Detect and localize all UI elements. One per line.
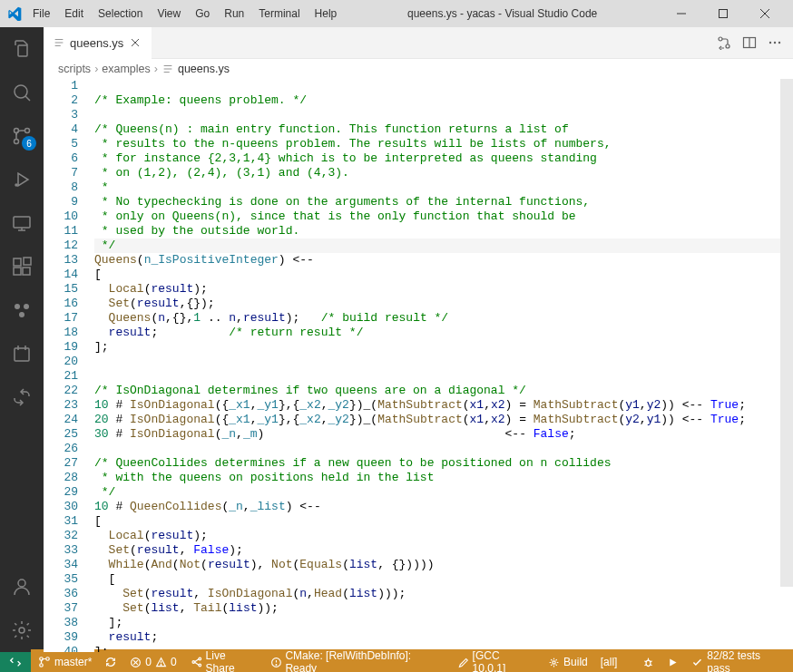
debug-launch[interactable] [642, 657, 654, 668]
svg-point-7 [15, 140, 19, 144]
menu-run[interactable]: Run [217, 4, 251, 24]
more-actions-icon[interactable] [768, 35, 782, 50]
remote-explorer-icon[interactable] [0, 201, 44, 245]
error-count: 0 [145, 656, 152, 668]
svg-point-19 [19, 312, 24, 317]
compiler-kit[interactable]: [GCC 10.0.1] [457, 649, 535, 672]
svg-point-30 [719, 37, 722, 41]
source-control-icon[interactable]: 6 [0, 114, 44, 158]
cmake-label: CMake: [RelWithDebInfo]: Ready [285, 649, 444, 672]
search-icon[interactable] [0, 71, 44, 114]
svg-rect-14 [14, 268, 21, 275]
split-editor-icon[interactable] [742, 35, 757, 50]
gitlens-icon[interactable] [0, 375, 44, 419]
settings-gear-icon[interactable] [0, 609, 44, 652]
svg-point-6 [25, 129, 30, 133]
crumb-examples[interactable]: examples [102, 63, 151, 75]
editor-area: queens.ys scripts › examples › queens.ys… [44, 27, 793, 652]
ctest-status[interactable]: 82/82 tests pass [691, 649, 786, 672]
menu-file[interactable]: File [25, 4, 57, 24]
close-button[interactable] [744, 0, 786, 27]
code-editor[interactable]: 1234567891011121314151617181920212223242… [44, 79, 793, 652]
problems-indicator[interactable]: 0 0 [130, 656, 176, 668]
file-icon [53, 36, 65, 49]
target-label: [all] [601, 656, 618, 668]
menu-help[interactable]: Help [308, 4, 345, 24]
tests-label: 82/82 tests pass [707, 649, 786, 672]
svg-rect-15 [23, 268, 30, 275]
vertical-scrollbar[interactable] [780, 79, 793, 652]
remote-indicator[interactable] [0, 652, 31, 672]
build-target[interactable]: [all] [601, 656, 618, 668]
menu-selection[interactable]: Selection [91, 4, 150, 24]
extensions-icon[interactable] [0, 245, 44, 288]
build-button[interactable]: Build [548, 656, 588, 668]
run-debug-icon[interactable] [0, 158, 44, 201]
tab-label: queens.ys [70, 36, 123, 50]
svg-point-4 [15, 85, 27, 98]
tabs-row: queens.ys [44, 27, 793, 59]
chevron-right-icon: › [94, 63, 98, 75]
menu-terminal[interactable]: Terminal [251, 4, 307, 24]
svg-point-35 [774, 42, 776, 44]
tab-queens[interactable]: queens.ys [44, 27, 152, 59]
svg-point-41 [40, 664, 44, 667]
svg-point-17 [15, 304, 20, 309]
activity-bar: 6 [0, 27, 44, 652]
svg-rect-10 [14, 217, 30, 228]
compare-changes-icon[interactable] [717, 35, 731, 50]
vscode-logo-icon [7, 6, 22, 21]
tabs-actions [717, 35, 793, 50]
cmake-icon[interactable] [0, 288, 44, 332]
svg-line-59 [645, 664, 647, 665]
git-sync[interactable] [104, 656, 117, 668]
code-content[interactable]: /* Example: queens problem. */ /* Queens… [94, 79, 780, 652]
cmake-status[interactable]: CMake: [RelWithDebInfo]: Ready [270, 649, 445, 672]
main-area: 6 [0, 27, 793, 652]
scm-badge: 6 [22, 136, 36, 151]
svg-line-58 [651, 660, 652, 661]
git-branch[interactable]: master* [38, 656, 92, 668]
svg-point-34 [769, 42, 771, 44]
build-label: Build [563, 656, 588, 668]
file-icon [162, 63, 174, 75]
svg-point-48 [199, 657, 201, 660]
svg-line-60 [651, 664, 652, 665]
maximize-button[interactable] [702, 0, 744, 27]
window-title: queens.ys - yacas - Visual Studio Code [344, 7, 661, 20]
warning-count: 0 [171, 656, 177, 668]
svg-point-55 [647, 660, 651, 667]
svg-point-36 [778, 42, 780, 44]
svg-point-53 [276, 664, 277, 665]
breadcrumbs: scripts › examples › queens.ys [44, 59, 793, 79]
svg-point-9 [15, 184, 17, 186]
liveshare-label: Live Share [206, 649, 258, 672]
svg-point-42 [46, 657, 50, 661]
chevron-right-icon: › [154, 63, 158, 75]
svg-rect-13 [14, 258, 21, 266]
menu-view[interactable]: View [150, 4, 188, 24]
svg-rect-16 [24, 258, 31, 265]
svg-line-57 [645, 660, 647, 661]
scroll-thumb[interactable] [780, 79, 793, 587]
close-icon[interactable] [128, 35, 142, 50]
svg-point-47 [161, 664, 162, 665]
svg-point-23 [18, 579, 25, 587]
menu-edit[interactable]: Edit [57, 4, 91, 24]
minimize-button[interactable] [661, 0, 702, 27]
menu-bar: FileEditSelectionViewGoRunTerminalHelp [25, 4, 344, 24]
branch-name: master* [54, 656, 92, 668]
live-share[interactable]: Live Share [190, 649, 258, 672]
menu-go[interactable]: Go [188, 4, 217, 24]
crumb-scripts[interactable]: scripts [58, 63, 91, 75]
line-gutter: 1234567891011121314151617181920212223242… [44, 79, 94, 652]
project-manager-icon[interactable] [0, 332, 44, 375]
svg-line-5 [25, 96, 30, 101]
crumb-file[interactable]: queens.ys [178, 63, 230, 75]
svg-rect-20 [15, 348, 29, 361]
explorer-icon[interactable] [0, 27, 44, 71]
statusbar: master* 0 0 Live Share CMake: [RelWithDe… [0, 652, 793, 672]
run-launch[interactable] [667, 657, 679, 668]
accounts-icon[interactable] [0, 565, 44, 609]
svg-point-49 [199, 664, 201, 667]
